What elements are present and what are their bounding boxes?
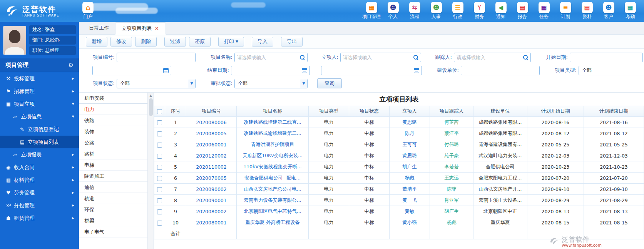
- build-unit-input[interactable]: [461, 66, 539, 75]
- topnav-item-finance[interactable]: ¥财务: [471, 2, 488, 20]
- cell-code[interactable]: 2020080006: [186, 117, 237, 128]
- cell-tracker[interactable]: 杨彪: [430, 217, 473, 228]
- category-item-highway[interactable]: 公路: [79, 137, 147, 148]
- cell-tracker[interactable]: 何芷茜: [430, 117, 473, 128]
- cell-initiator[interactable]: 黄思璐: [390, 150, 430, 161]
- cell-code[interactable]: 2020060001: [186, 139, 237, 150]
- checkbox-icon[interactable]: [157, 120, 162, 125]
- sidebar-item-project-initiation[interactable]: ▣项目立项▼: [0, 98, 79, 110]
- sidebar-item-lease-mgmt[interactable]: ☗租赁管理▶: [0, 212, 79, 224]
- topnav-item-personal[interactable]: ☻个人: [385, 2, 401, 20]
- sidebar-item-material-mgmt[interactable]: ▥材料管理▶: [0, 174, 79, 186]
- category-item-road-bridge[interactable]: 路桥: [79, 148, 147, 159]
- cell-initiator[interactable]: 黄小强: [390, 217, 430, 228]
- edit-button[interactable]: 修改: [110, 37, 132, 46]
- search-icon[interactable]: [299, 55, 305, 60]
- close-icon[interactable]: ×: [154, 26, 159, 32]
- cell-name[interactable]: 山西弘文房地产总公司电...: [237, 184, 309, 195]
- calendar-icon[interactable]: [302, 68, 307, 73]
- print-button[interactable]: 打印▼: [218, 37, 244, 46]
- cell-initiator[interactable]: 黄思璐: [390, 117, 430, 128]
- cell-initiator[interactable]: 胡广生: [390, 161, 430, 173]
- topnav-item-notice[interactable]: ◀通知: [492, 2, 509, 20]
- cell-code[interactable]: 2020080005: [186, 128, 237, 139]
- gear-icon[interactable]: ⚙: [69, 62, 74, 69]
- checkbox-icon[interactable]: [157, 176, 162, 181]
- topnav-item-docs[interactable]: ▤资料: [579, 2, 595, 20]
- topnav-item-workflow[interactable]: ⇆流程: [406, 2, 423, 20]
- category-item-telecom[interactable]: 通信: [79, 182, 147, 193]
- checkbox-icon[interactable]: [157, 143, 162, 148]
- cell-initiator[interactable]: 杨彪: [390, 173, 430, 184]
- search-icon[interactable]: [523, 55, 529, 60]
- category-item-environment[interactable]: 环保: [79, 204, 147, 215]
- search-icon[interactable]: [413, 55, 419, 60]
- checkbox-icon[interactable]: [157, 187, 162, 192]
- category-item-rail-transit[interactable]: 轨道: [79, 193, 147, 204]
- cell-tracker[interactable]: 付伟璐: [430, 139, 473, 150]
- cell-name[interactable]: 改建铁路成渝线增建第二...: [237, 128, 309, 139]
- checkbox-icon[interactable]: [157, 165, 162, 170]
- topnav-item-task[interactable]: ▦任务: [535, 2, 552, 20]
- category-item-mech-electrical[interactable]: 机电安装: [79, 93, 147, 104]
- export-button[interactable]: 导出: [281, 37, 303, 46]
- topnav-item-attendance[interactable]: ▦考勤: [622, 2, 639, 20]
- cell-name[interactable]: 重庆华夏 外高桥工程设备: [237, 217, 309, 228]
- cell-name[interactable]: 改建铁路线增建第二线直...: [237, 117, 309, 128]
- topnav-item-hr[interactable]: ☻人事: [428, 2, 445, 20]
- project-name-input[interactable]: [235, 53, 299, 62]
- cell-name[interactable]: 北京朝阳区电气中芯特气...: [237, 206, 309, 217]
- cell-code[interactable]: 2020090002: [186, 184, 237, 195]
- nav-portal[interactable]: ⌂ 门户: [82, 2, 94, 20]
- cell-code[interactable]: 2020080001: [186, 217, 237, 228]
- query-button[interactable]: 查询: [317, 78, 342, 88]
- calendar-icon[interactable]: [414, 68, 419, 73]
- approval-status-select[interactable]: 全部 ▼: [234, 79, 308, 88]
- cell-name[interactable]: 云南电力设备安装有限公...: [237, 195, 309, 206]
- end-date-from-input[interactable]: [231, 66, 302, 75]
- checkbox-icon[interactable]: [157, 109, 162, 114]
- cell-code[interactable]: 2020110002: [186, 161, 237, 173]
- cell-initiator[interactable]: 董清平: [390, 184, 430, 195]
- project-type-select[interactable]: 全部 ▼: [579, 66, 644, 75]
- sidebar-item-initiation-info[interactable]: ▱立项信息▼: [0, 110, 79, 123]
- topnav-item-admin[interactable]: ☰行政: [449, 2, 466, 20]
- filter-button[interactable]: 过滤: [164, 37, 186, 46]
- scroll-up-icon[interactable]: ▲: [149, 93, 152, 98]
- tab-initiation-project-list[interactable]: 立项项目列表×: [115, 22, 166, 35]
- cell-initiator[interactable]: 王可可: [390, 139, 430, 150]
- cell-code[interactable]: 2020090001: [186, 195, 237, 206]
- checkbox-icon[interactable]: [157, 221, 162, 226]
- category-item-tunnel[interactable]: 隧道施工: [79, 171, 147, 182]
- sidebar-item-income-contract[interactable]: ◉收入合同▶: [0, 161, 79, 174]
- cell-tracker[interactable]: 陈菲: [430, 184, 473, 195]
- checkbox-icon[interactable]: [157, 198, 162, 203]
- end-date-to-input[interactable]: [321, 66, 414, 75]
- category-item-bridge[interactable]: 桥梁: [79, 215, 147, 226]
- cell-code[interactable]: 2020120002: [186, 150, 237, 161]
- checkbox-icon[interactable]: [157, 154, 162, 159]
- sidebar-item-tender-mgmt[interactable]: ⚑招标管理▶: [0, 85, 79, 98]
- topnav-item-customer[interactable]: ☻客户: [600, 2, 617, 20]
- sidebar-item-subcontract-mgmt[interactable]: x²分包管理▶: [0, 199, 79, 212]
- calendar-icon[interactable]: [163, 68, 169, 73]
- sidebar-item-bid-mgmt[interactable]: ⚒投标管理▶: [0, 72, 79, 85]
- category-item-decoration[interactable]: 装饰: [79, 126, 147, 137]
- cell-name[interactable]: 110kV安徽线程集变开断...: [237, 161, 309, 173]
- scrollbar-thumb[interactable]: [149, 98, 153, 116]
- topnav-item-plan[interactable]: ≡计划: [557, 2, 574, 20]
- checkbox-icon[interactable]: [157, 209, 162, 214]
- category-item-electric-power[interactable]: 电力: [79, 104, 147, 115]
- initiator-input[interactable]: [341, 53, 413, 62]
- project-status-select[interactable]: 全部 ▼: [117, 79, 196, 88]
- cell-name[interactable]: 天府新区10Kv变电所安装...: [237, 150, 309, 161]
- sidebar-item-labor-mgmt[interactable]: ♥劳务管理▶: [0, 186, 79, 199]
- cell-code[interactable]: 2020080002: [186, 206, 237, 217]
- project-no-input[interactable]: [117, 53, 195, 62]
- delete-button[interactable]: 删除: [135, 37, 157, 46]
- cell-tracker[interactable]: 王志远: [430, 173, 473, 184]
- add-button[interactable]: 新增: [86, 37, 107, 46]
- cell-tracker[interactable]: 李若若: [430, 161, 473, 173]
- cell-initiator[interactable]: 陈丹: [390, 128, 430, 139]
- cell-name[interactable]: 安徽合肥供电公司--配电...: [237, 173, 309, 184]
